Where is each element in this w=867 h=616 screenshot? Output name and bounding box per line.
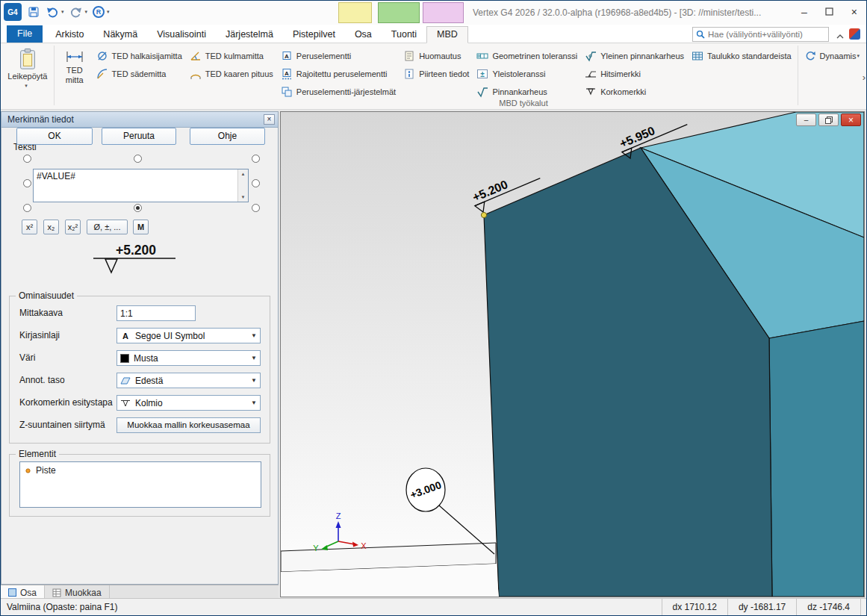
feature-info-icon xyxy=(403,68,415,80)
viewport-minimize-button[interactable]: – xyxy=(796,113,816,126)
close-button[interactable]: × xyxy=(851,5,857,19)
ribbon-item-taulukko-standardeista[interactable]: Taulukko standardeista xyxy=(688,47,795,65)
ribbon-item-yleistoleranssi[interactable]: ± Yleistoleranssi xyxy=(473,65,581,83)
maximize-button[interactable] xyxy=(825,5,833,19)
align-radio-middle-left[interactable] xyxy=(23,179,31,187)
ribbon-item-ted-sademitta[interactable]: TED sädemitta xyxy=(93,65,186,83)
viewport-window-controls: – × xyxy=(796,113,861,126)
tab-color-marker-tuonti xyxy=(378,2,420,23)
cancel-button[interactable]: Peruuta xyxy=(102,128,176,145)
tab-mbd[interactable]: MBD xyxy=(426,26,468,43)
font-style-button[interactable]: M xyxy=(133,220,149,234)
kirjasinlaji-label: Kirjasinlaji xyxy=(19,330,60,340)
tab-osa[interactable]: Osa xyxy=(345,27,382,43)
general-surface-roughness-icon xyxy=(585,50,597,62)
svg-text:±: ± xyxy=(481,70,485,78)
app-icon[interactable]: G4 xyxy=(4,3,22,21)
vari-label: Väri xyxy=(19,352,35,363)
korkomerkin-select[interactable]: Kolmio ▼ xyxy=(116,395,261,411)
ribbon-item-hitsimerkki[interactable]: Hitsimerkki xyxy=(581,65,688,83)
ted-mitta-button[interactable]: TED mitta xyxy=(57,45,93,108)
annot-taso-select[interactable]: Edestä ▼ xyxy=(116,373,261,388)
tab-pistepilvet[interactable]: Pistepilvet xyxy=(283,27,345,43)
search-input[interactable] xyxy=(708,30,825,39)
align-radio-top-right[interactable] xyxy=(252,155,260,163)
undo-icon[interactable] xyxy=(46,5,59,19)
ribbon-item-peruselementti[interactable]: A Peruselementti xyxy=(277,47,400,65)
ribbon-item-huomautus[interactable]: Huomautus xyxy=(400,47,473,65)
viewport-restore-button[interactable] xyxy=(818,113,839,126)
tab-jarjestelma[interactable]: Järjestelmä xyxy=(216,27,283,43)
scroll-up-icon[interactable]: ▲ xyxy=(238,169,248,178)
annot-taso-label: Annot. taso xyxy=(19,375,65,385)
align-radio-bottom-center[interactable] xyxy=(134,204,142,212)
align-radio-bottom-right[interactable] xyxy=(252,204,260,212)
text-scrollbar[interactable]: ▲ ▼ xyxy=(237,169,248,202)
mittakaava-input[interactable] xyxy=(116,305,196,321)
muokkaa-korkeusasema-button[interactable]: Muokkaa mallin korkeusasemaa xyxy=(116,417,261,433)
annotation-text-input[interactable]: #VALUE# xyxy=(34,169,238,202)
general-tolerance-icon: ± xyxy=(476,68,488,80)
model-side-wall-face[interactable] xyxy=(769,321,864,597)
chevron-down-icon: ▾ xyxy=(857,53,860,59)
minimize-button[interactable]: – xyxy=(801,5,807,19)
align-radio-bottom-left[interactable] xyxy=(23,204,31,212)
tab-tuonti[interactable]: Tuonti xyxy=(382,27,426,43)
ribbon-separator xyxy=(54,46,55,105)
ribbon-item-ted-kulmamitta[interactable]: TED kulmamitta xyxy=(186,47,277,65)
ribbon-item-rajoitettu-peruselementti[interactable]: A Rajoitettu peruselementti xyxy=(277,65,400,83)
merkinnan-tiedot-dialog: Merkinnän tiedot × Teksti #VALUE# ▲ ▼ x²… xyxy=(1,111,279,585)
undo-dropdown-icon[interactable]: ▾ xyxy=(61,9,64,15)
tab-visualisointi[interactable]: Visualisointi xyxy=(147,27,216,43)
help-button[interactable]: Ohje xyxy=(190,128,265,145)
svg-text:+5.200: +5.200 xyxy=(116,243,156,258)
supsub-button[interactable]: x₂² xyxy=(65,220,81,234)
subscript-button[interactable]: x₂ xyxy=(43,220,59,234)
collapse-ribbon-icon[interactable] xyxy=(836,31,844,41)
ribbon-item-yleinen-pinnankarheus[interactable]: Yleinen pinnankarheus xyxy=(581,47,688,65)
list-item-piste[interactable]: Piste xyxy=(20,462,261,479)
align-radio-middle-right[interactable] xyxy=(252,179,260,187)
ribbon-group-caption: MBD työkalut xyxy=(367,99,680,108)
tab-file[interactable]: File xyxy=(7,25,43,43)
eave-point-marker[interactable] xyxy=(481,212,486,217)
dialog-titlebar[interactable]: Merkinnän tiedot xyxy=(1,112,278,128)
ribbon-item-geometrinen-toleranssi[interactable]: Geometrinen toleranssi xyxy=(473,47,581,65)
point-icon xyxy=(25,467,31,474)
save-icon[interactable] xyxy=(27,5,40,19)
qat-customize-icon[interactable]: ▾ xyxy=(107,9,110,15)
window-title: Vertex G4 2026 / 32.0.0-alpha (r196968-a… xyxy=(473,7,761,18)
symbols-button[interactable]: Ø, ±, ... xyxy=(87,220,128,234)
weld-symbol-icon xyxy=(585,68,597,80)
chevron-down-icon: ▼ xyxy=(248,377,260,384)
tab-arkisto[interactable]: Arkisto xyxy=(46,27,93,43)
viewport-close-button[interactable]: × xyxy=(841,113,861,126)
scroll-down-icon[interactable]: ▼ xyxy=(238,193,248,202)
ok-button[interactable]: OK xyxy=(16,128,93,145)
redo-icon[interactable] xyxy=(69,5,83,19)
elements-list: Piste xyxy=(19,461,261,508)
ribbon-item-piirteen-tiedot[interactable]: Piirteen tiedot xyxy=(400,65,473,83)
ribbon-tab-row: File Arkisto Näkymä Visualisointi Järjes… xyxy=(1,25,866,43)
ribbon-item-ted-kaaren-pituus[interactable]: TED kaaren pituus xyxy=(186,65,277,83)
svg-text:A: A xyxy=(285,53,289,60)
3d-canvas[interactable]: +5.950 +5.200 +3.000 Z xyxy=(281,112,864,597)
ribbon-overflow-icon[interactable]: › xyxy=(863,72,866,83)
redo-dropdown-icon[interactable]: ▾ xyxy=(85,9,88,15)
align-radio-top-left[interactable] xyxy=(23,155,31,163)
align-radio-top-center[interactable] xyxy=(134,155,142,163)
superscript-button[interactable]: x² xyxy=(22,220,37,234)
r-command-icon[interactable]: R xyxy=(93,6,105,18)
tab-nakyma[interactable]: Näkymä xyxy=(93,27,147,43)
vari-select[interactable]: Musta ▼ xyxy=(116,350,261,366)
ribbon-item-dynaamis[interactable]: Dynaamis ▾ xyxy=(801,47,863,65)
y-axis-label: Y xyxy=(313,544,319,553)
3d-viewport[interactable]: – × +5.9 xyxy=(280,111,865,597)
ribbon-item-ted-halkaisijamitta[interactable]: TED halkaisijamitta xyxy=(93,47,186,65)
note-icon xyxy=(403,50,415,62)
dialog-close-button[interactable]: × xyxy=(264,114,275,125)
titlebar: G4 ▾ ▾ R ▾ Vertex G4 2026 / 32.0.0-alpha… xyxy=(1,1,866,25)
svg-text:A: A xyxy=(285,70,289,77)
kirjasinlaji-select[interactable]: A Segoe UI Symbol ▼ xyxy=(116,328,261,343)
clipboard-button[interactable]: Leikepöytä ▾ xyxy=(4,45,52,108)
